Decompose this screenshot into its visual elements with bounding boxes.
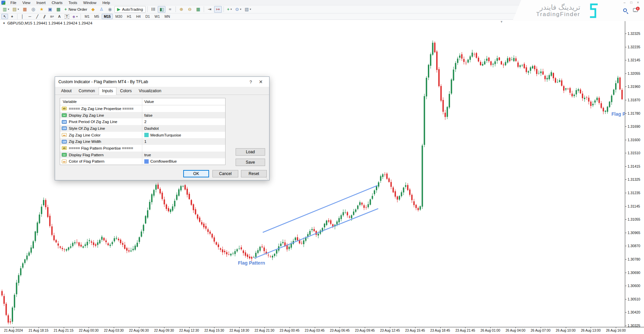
value-cell[interactable]: MediumTurquoise: [142, 132, 225, 138]
value-cell[interactable]: false: [142, 112, 225, 119]
input-row[interactable]: ab===== Flag Pattern Propertise =====: [60, 145, 225, 152]
experts-icon: ♙: [100, 7, 104, 11]
input-row[interactable]: ∼Display Zig Zag Linefalse: [60, 112, 225, 119]
new-chart-button[interactable]: ▥▾: [1, 6, 10, 13]
tab-about[interactable]: About: [58, 87, 75, 95]
market-watch-button[interactable]: ▦: [21, 6, 29, 13]
minimize-button[interactable]: –: [622, 1, 627, 4]
indicators-button[interactable]: +▾: [226, 6, 233, 13]
input-row[interactable]: ▬Zig Zag Line ColorMediumTurquoise: [60, 132, 225, 138]
metaeditor-button[interactable]: ◆: [89, 6, 97, 13]
brand-name-farsi: تریدینگ فایندر: [536, 3, 580, 11]
timeframe-m1[interactable]: M1: [83, 14, 92, 19]
tab-inputs[interactable]: Inputs: [99, 87, 116, 95]
experts-button[interactable]: ♙: [98, 6, 105, 13]
timeframe-m30[interactable]: M30: [113, 14, 124, 19]
fibonacci-button[interactable]: ≡F: [49, 14, 55, 19]
menu-insert[interactable]: Insert: [33, 0, 49, 5]
templates-button[interactable]: ▧▾: [243, 6, 252, 13]
menu-charts[interactable]: Charts: [49, 0, 65, 5]
crosshair-button[interactable]: +: [9, 14, 15, 19]
alerts-button[interactable]: ◉: [106, 6, 114, 13]
menu-help[interactable]: Help: [99, 0, 113, 5]
new-order-button[interactable]: +New Order: [63, 6, 89, 13]
value-cell[interactable]: Dashdot: [142, 125, 225, 132]
input-row[interactable]: 123Style Of Zig Zag LineDashdot: [60, 125, 225, 132]
timeframe-d1[interactable]: D1: [143, 14, 152, 19]
save-button[interactable]: Save: [236, 159, 265, 166]
chart-shift-button[interactable]: ↦: [214, 6, 222, 13]
zoom-in-button[interactable]: ⊕: [178, 6, 185, 13]
candlestick-chart-button[interactable]: ▮▯: [158, 6, 165, 13]
navigator-button[interactable]: ★: [38, 6, 46, 13]
value-cell[interactable]: 1: [142, 138, 225, 145]
trend-line-button[interactable]: ╱: [34, 14, 41, 19]
input-row[interactable]: ab===== Zig Zag Line Propertise =====: [60, 105, 225, 112]
timeframe-h4[interactable]: H4: [134, 14, 143, 19]
zoom-out-button[interactable]: ⊖: [186, 6, 194, 13]
vertical-line-button[interactable]: │: [19, 14, 26, 19]
timeframe-m15[interactable]: M15: [102, 14, 112, 19]
help-button[interactable]: ?: [246, 79, 256, 85]
resize-grip[interactable]: ⋱: [265, 176, 268, 180]
restore-button[interactable]: □: [629, 1, 634, 4]
tab-visualization[interactable]: Visualization: [135, 87, 164, 95]
value-cell[interactable]: 2: [142, 118, 225, 125]
line-chart-button[interactable]: ≈: [166, 6, 174, 13]
auto-scroll-icon: ⇥: [208, 7, 211, 11]
terminal-button[interactable]: ▣: [46, 6, 54, 13]
cursor-button[interactable]: ↖: [1, 14, 8, 19]
timeframe-mn[interactable]: MN: [162, 14, 172, 19]
notifications-icon[interactable]: 1: [633, 8, 638, 12]
bar-chart-button[interactable]: ☰: [149, 6, 157, 13]
chart-shift-marker[interactable]: ▼: [500, 20, 503, 23]
timeframe-m5[interactable]: M5: [92, 14, 101, 19]
chevron-down-icon[interactable]: ▾: [8, 8, 9, 11]
auto-scroll-button[interactable]: ⇥: [206, 6, 213, 13]
one-click-trading-toggle[interactable]: ▼: [3, 22, 5, 25]
autotrading-button[interactable]: ▶AutoTrading: [114, 6, 146, 13]
load-button[interactable]: Load: [236, 148, 265, 156]
text-label-button[interactable]: T: [63, 14, 70, 19]
price-axis[interactable]: 1.323251.322351.321451.320551.319601.318…: [625, 20, 644, 327]
menu-file[interactable]: File: [7, 0, 19, 5]
chevron-down-icon[interactable]: ▾: [231, 8, 232, 11]
input-row[interactable]: 123Zig Zag Line Width1: [60, 138, 225, 145]
chevron-down-icon[interactable]: ▾: [76, 15, 78, 18]
profiles-button[interactable]: ▤▾: [11, 6, 20, 13]
chevron-down-icon[interactable]: ▾: [250, 8, 251, 11]
tab-common[interactable]: Common: [75, 87, 98, 95]
value-cell[interactable]: CornflowerBlue: [142, 158, 225, 165]
arrows-button[interactable]: ◈▾: [71, 14, 79, 19]
periods-button[interactable]: ⊙▾: [234, 6, 243, 13]
value-cell[interactable]: [142, 145, 225, 152]
price-axis-label: 1.32235: [628, 45, 644, 49]
close-button[interactable]: ×: [635, 1, 641, 4]
dialog-title-bar[interactable]: Custom Indicator - Flag Pattern MT4 - By…: [55, 77, 269, 87]
ok-button[interactable]: OK: [183, 170, 209, 177]
input-row[interactable]: 123Pivot Period Of Zig Zag Line2: [60, 118, 225, 125]
search-icon[interactable]: [623, 8, 627, 12]
strategy-tester-button[interactable]: ▩: [55, 6, 62, 13]
cancel-button[interactable]: Cancel: [212, 170, 238, 177]
close-icon[interactable]: ✕: [256, 79, 266, 85]
equidistant-channel-button[interactable]: ∥: [41, 14, 48, 19]
timeframe-h1[interactable]: H1: [125, 14, 133, 19]
menu-view[interactable]: View: [19, 0, 34, 5]
time-axis[interactable]: 21 Aug 202421 Aug 18:1521 Aug 21:1522 Au…: [0, 327, 644, 334]
horizontal-line-button[interactable]: ─: [27, 14, 33, 19]
value-cell[interactable]: [142, 105, 225, 112]
menu-window[interactable]: Window: [80, 0, 99, 5]
input-row[interactable]: ∼Display Flag Patterntrue: [60, 152, 225, 158]
text-button[interactable]: A: [56, 14, 63, 19]
menu-tools[interactable]: Tools: [65, 0, 80, 5]
chevron-down-icon[interactable]: ▾: [18, 8, 19, 11]
tab-colors[interactable]: Colors: [117, 87, 135, 95]
timeframe-w1[interactable]: W1: [153, 14, 162, 19]
chevron-down-icon[interactable]: ▾: [240, 8, 241, 11]
reset-button[interactable]: Reset: [241, 170, 267, 177]
tile-windows-button[interactable]: ▦: [194, 6, 202, 13]
data-window-button[interactable]: ◎: [30, 6, 37, 13]
value-cell[interactable]: true: [142, 152, 225, 158]
input-row[interactable]: ▬Color of Flag PatternCornflowerBlue: [60, 158, 225, 165]
